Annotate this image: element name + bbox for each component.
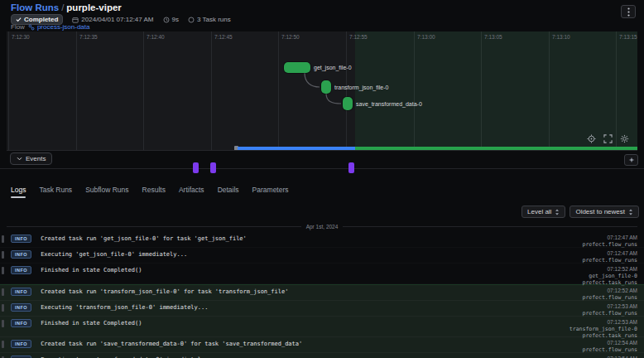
- graph-controls: [587, 134, 629, 143]
- log-level-select[interactable]: Level all: [521, 206, 565, 218]
- tab-logs[interactable]: Logs: [11, 186, 26, 198]
- flow-row: Flow process-json-data: [11, 23, 89, 31]
- log-row-tick: [2, 341, 4, 348]
- flow-run-name: purple-viper: [66, 2, 121, 12]
- run-detail-tabs: Logs Task Runs Subflow Runs Results Arti…: [11, 186, 289, 198]
- log-message: Created task run 'transform_json_file-0'…: [41, 288, 288, 296]
- clock-icon: [163, 17, 170, 23]
- log-level-badge: INFO: [11, 266, 31, 274]
- event-marker[interactable]: [193, 162, 199, 173]
- tab-task-runs[interactable]: Task Runs: [39, 186, 72, 198]
- log-level-badge: INFO: [11, 340, 31, 348]
- calendar-icon: [72, 17, 79, 23]
- logs-panel[interactable]: Apr 1st, 2024 INFO Created task run 'get…: [0, 220, 644, 358]
- task-node-label: transform_json_file-0: [334, 85, 388, 90]
- events-options-button[interactable]: [624, 154, 638, 166]
- log-level-badge: INFO: [11, 288, 31, 296]
- start-time: 2024/04/01 07:12:47 AM: [72, 16, 153, 23]
- kebab-menu-icon: [627, 7, 630, 17]
- tab-details[interactable]: Details: [218, 186, 239, 198]
- task-node-transform-json-file[interactable]: [321, 80, 331, 94]
- highlighted-log-group: INFO Created task run 'transform_json_fi…: [0, 284, 644, 358]
- log-message: Executing 'transform_json_file-0' immedi…: [41, 303, 208, 312]
- tab-parameters[interactable]: Parameters: [252, 186, 289, 198]
- log-level-badge: INFO: [11, 250, 31, 259]
- log-meta: 07:12:52 AM get_json_file-0 prefect.task…: [582, 266, 637, 286]
- flow-run-graph[interactable]: 7:12:30 7:12:35 7:12:40 7:12:45 7:12:50 …: [7, 31, 637, 151]
- task-node-save-transformed-data[interactable]: [343, 97, 353, 110]
- breadcrumb-separator: /: [59, 2, 66, 12]
- log-row[interactable]: INFO Executing 'save_transformed_data-0'…: [0, 353, 644, 358]
- log-meta: 07:12:53 AM transform_json_file-0 prefec…: [570, 319, 637, 339]
- log-date-divider: Apr 1st, 2024: [7, 223, 637, 230]
- tab-results[interactable]: Results: [142, 186, 166, 198]
- flow-icon: [28, 24, 35, 31]
- event-marker[interactable]: [348, 162, 354, 173]
- log-meta: 07:12:53 AM prefect.flow_runs: [582, 303, 637, 317]
- center-view-icon[interactable]: [587, 134, 596, 143]
- log-row[interactable]: INFO Executing 'get_json_file-0' immedia…: [0, 248, 644, 264]
- flow-state-bar-completed: [355, 147, 637, 150]
- events-timeline-axis: [0, 168, 644, 169]
- tab-subflow-runs[interactable]: Subflow Runs: [85, 186, 128, 198]
- task-node-label: save_transformed_data-0: [356, 101, 422, 107]
- sparkle-icon: [628, 157, 635, 163]
- run-duration: 9s: [163, 16, 179, 23]
- log-row[interactable]: INFO Created task run 'transform_json_fi…: [0, 285, 644, 301]
- log-message: Executing 'get_json_file-0' immediately.…: [41, 250, 187, 259]
- log-message: Finished in state Completed(): [41, 266, 142, 274]
- log-row-tick: [2, 320, 4, 327]
- log-row-tick: [2, 288, 4, 296]
- log-level-badge: INFO: [11, 319, 31, 327]
- log-meta: 07:12:47 AM prefect.flow_runs: [582, 235, 637, 248]
- task-node-get-json-file[interactable]: [284, 62, 310, 73]
- log-row-tick: [2, 251, 4, 259]
- log-row[interactable]: INFO Created task run 'get_json_file-0' …: [0, 232, 644, 248]
- log-row-tick: [2, 235, 4, 243]
- log-meta: 07:12:47 AM prefect.flow_runs: [582, 250, 637, 264]
- fullscreen-icon[interactable]: [603, 134, 613, 143]
- flow-link[interactable]: process-json-data: [28, 23, 90, 31]
- up-down-arrows-icon: [628, 209, 633, 215]
- tab-artifacts[interactable]: Artifacts: [179, 186, 204, 198]
- log-row-tick: [2, 304, 4, 312]
- log-message: Created task run 'save_transformed_data-…: [41, 340, 302, 348]
- log-meta: 07:12:54 AM prefect.flow_runs: [582, 340, 637, 353]
- event-marker[interactable]: [210, 162, 216, 173]
- log-row[interactable]: INFO Executing 'transform_json_file-0' i…: [0, 301, 644, 317]
- log-row[interactable]: INFO Created task run 'save_transformed_…: [0, 337, 644, 353]
- chevron-down-icon: [17, 157, 22, 161]
- log-row[interactable]: INFO Finished in state Completed() 07:12…: [0, 317, 644, 337]
- events-toggle-button[interactable]: Events: [10, 152, 52, 165]
- graph-settings-icon[interactable]: [620, 134, 629, 143]
- run-actions-menu-button[interactable]: [621, 5, 636, 18]
- breadcrumb: Flow Runs/purple-viper: [11, 2, 122, 12]
- log-level-badge: INFO: [11, 235, 31, 243]
- check-icon: [16, 17, 22, 22]
- log-level-badge: INFO: [11, 303, 31, 312]
- log-row[interactable]: INFO Finished in state Completed() 07:12…: [0, 264, 644, 284]
- log-message: Finished in state Completed(): [41, 319, 142, 327]
- task-circle-icon: [188, 17, 195, 23]
- log-meta: 07:12:52 AM prefect.flow_runs: [582, 288, 637, 301]
- log-filters: Level all Oldest to newest: [521, 206, 639, 218]
- flow-state-bar-running: [238, 147, 355, 150]
- breadcrumb-flow-runs-link[interactable]: Flow Runs: [11, 2, 59, 12]
- flow-label: Flow: [11, 23, 25, 31]
- log-sort-select[interactable]: Oldest to newest: [570, 206, 639, 218]
- task-node-label: get_json_file-0: [314, 65, 352, 70]
- flow-run-page: Flow Runs/purple-viper Completed 2024/04…: [0, 0, 644, 358]
- up-down-arrows-icon: [555, 209, 560, 215]
- log-message: Created task run 'get_json_file-0' for t…: [41, 235, 247, 243]
- task-run-count: 3 Task runs: [188, 16, 231, 23]
- log-row-tick: [2, 267, 4, 274]
